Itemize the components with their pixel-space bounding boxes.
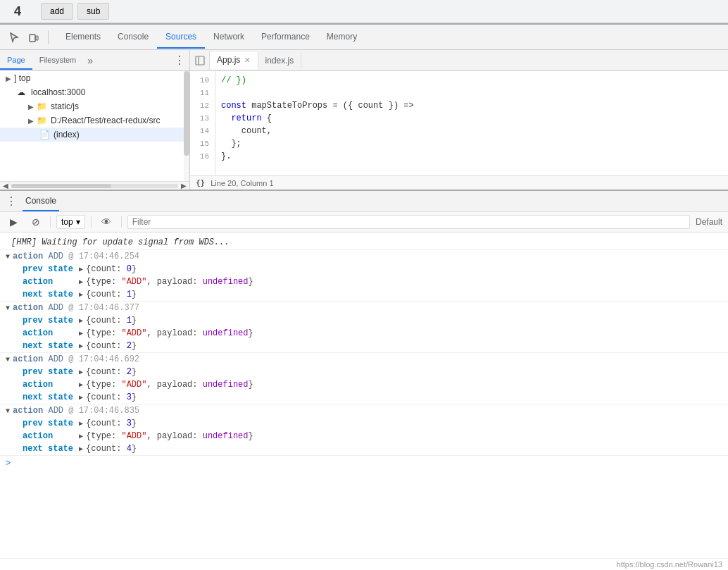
prev-state-arrow-1: ▶	[79, 265, 83, 273]
subtab-filesystem[interactable]: Filesystem	[32, 51, 84, 70]
group-4-arrow: ▼	[6, 407, 10, 415]
svg-rect-1	[36, 36, 38, 40]
tab-console[interactable]: Console	[109, 26, 157, 49]
tree-arrow-top: ▶	[6, 75, 14, 82]
code-tab-appjs-close[interactable]: ×	[244, 55, 250, 65]
cursor-icon[interactable]	[6, 29, 23, 46]
group-1-next-state[interactable]: next state ▶ {count: 1}	[0, 288, 728, 301]
tab-network[interactable]: Network	[205, 26, 253, 49]
console-title: Console	[23, 192, 59, 211]
group-2-next-state[interactable]: next state ▶ {count: 2}	[0, 340, 728, 352]
console-eye-button[interactable]: 👁	[97, 215, 115, 229]
group-1-action[interactable]: action ▶ {type: "ADD", payload: undefine…	[0, 275, 728, 288]
tree-item-index[interactable]: 📄 (index)	[0, 128, 189, 142]
console-context-selector[interactable]: top ▾	[56, 215, 85, 229]
line-13: 13	[190, 112, 215, 125]
toolbar-separator-3	[121, 216, 122, 228]
group-4-prev-state[interactable]: prev state ▶ {count: 3}	[0, 417, 728, 430]
tree-scrollbar	[184, 71, 189, 181]
tree-label-static: static/js	[51, 101, 79, 111]
console-block-button[interactable]: ⊘	[27, 215, 44, 229]
console-group-4-header[interactable]: ▼ action ADD @ 17:04:46.835	[0, 404, 728, 417]
scroll-left-arrow[interactable]: ◀	[3, 182, 8, 190]
group-1-prev-state[interactable]: prev state ▶ {count: 0}	[0, 263, 728, 275]
group-2-action[interactable]: action ▶ {type: "ADD", payload: undefine…	[0, 327, 728, 340]
device-icon[interactable]	[25, 29, 42, 46]
group-4-next-state[interactable]: next state ▶ {count: 4}	[0, 442, 728, 455]
tree-item-src-folder[interactable]: ▶ 📁 D:/React/Test/react-redux/src	[0, 113, 189, 128]
next-state-val-4: {count: 4}	[86, 444, 137, 454]
prev-state-arrow-2: ▶	[79, 316, 83, 325]
group-3-arrow: ▼	[6, 356, 10, 364]
subtab-page[interactable]: Page	[0, 51, 32, 70]
action-key-2: action	[23, 328, 79, 338]
group-3-prev-state[interactable]: prev state ▶ {count: 2}	[0, 366, 728, 378]
prev-state-val-2: {count: 1}	[86, 316, 137, 326]
tree-scrollbar-thumb	[184, 71, 189, 156]
add-button[interactable]: add	[41, 3, 73, 20]
sources-menu-icon[interactable]: ⋮	[170, 51, 189, 70]
devtools-body: Page Filesystem » ⋮ ▶ ] top ☁ localhost:…	[0, 50, 728, 190]
prev-state-key-4: prev state	[23, 419, 79, 428]
group-3-title: action ADD @ 17:04:46.692	[13, 354, 139, 364]
devtools-panel: Elements Console Sources Network Perform…	[0, 23, 728, 190]
line-15: 15	[190, 137, 215, 150]
group-4-title: action ADD @ 17:04:46.835	[13, 406, 139, 416]
group-2-prev-state[interactable]: prev state ▶ {count: 1}	[0, 314, 728, 327]
action-key-1: action	[23, 277, 79, 287]
code-status-bar: {} Line 20, Column 1	[190, 175, 728, 190]
console-prompt-row[interactable]: >	[0, 456, 728, 471]
code-line-15: };	[221, 137, 722, 150]
tab-memory[interactable]: Memory	[318, 26, 365, 49]
code-content-area[interactable]: // }) const mapStateToProps = ({ count }…	[215, 71, 728, 175]
tab-sources[interactable]: Sources	[157, 26, 205, 49]
prev-state-arrow-4: ▶	[79, 419, 83, 428]
tab-performance[interactable]: Performance	[253, 26, 318, 49]
console-group-1-header[interactable]: ▼ action ADD @ 17:04:46.254	[0, 250, 728, 263]
console-execute-button[interactable]: ▶	[6, 215, 22, 229]
code-tab-back-icon[interactable]	[190, 51, 210, 70]
console-output[interactable]: [HMR] Waiting for update signal from WDS…	[0, 233, 728, 558]
console-group-2-header[interactable]: ▼ action ADD @ 17:04:46.377	[0, 302, 728, 314]
tree-item-static-js[interactable]: ▶ 📁 static/js	[0, 99, 189, 113]
code-panel: App.js × index.js 10 11 12 13 14 15 16	[190, 50, 728, 190]
group-3-action[interactable]: action ▶ {type: "ADD", payload: undefine…	[0, 378, 728, 391]
svg-rect-2	[196, 56, 204, 65]
tab-number: 4	[6, 4, 30, 19]
tree-horizontal-scrollbar: ◀ ▶	[0, 181, 189, 190]
tree-item-localhost[interactable]: ☁ localhost:3000	[0, 85, 189, 99]
tab-elements[interactable]: Elements	[57, 26, 109, 49]
line-11: 11	[190, 87, 215, 99]
sub-button[interactable]: sub	[77, 3, 109, 20]
app-buttons: add sub	[41, 3, 109, 20]
code-tab-indexjs[interactable]: index.js	[258, 53, 302, 68]
code-tab-appjs[interactable]: App.js ×	[210, 52, 258, 69]
console-filter-input[interactable]	[127, 215, 690, 229]
code-editor-area[interactable]: 10 11 12 13 14 15 16 // }) const mapStat…	[190, 71, 728, 175]
action-key-4: action	[23, 431, 79, 441]
folder-icon-src: 📁	[37, 116, 48, 125]
console-menu-icon[interactable]: ⋮	[0, 194, 23, 208]
action-key-3: action	[23, 380, 79, 390]
next-state-arrow-1: ▶	[79, 290, 83, 299]
next-state-val-1: {count: 1}	[86, 290, 137, 299]
sources-subtab-bar: Page Filesystem » ⋮	[0, 50, 189, 71]
console-context-label: top	[61, 217, 73, 227]
code-tab-indexjs-label: index.js	[265, 56, 294, 66]
group-4-action[interactable]: action ▶ {type: "ADD", payload: undefine…	[0, 430, 728, 442]
console-group-3: ▼ action ADD @ 17:04:46.692 prev state ▶…	[0, 353, 728, 404]
action-arrow-3: ▶	[79, 380, 83, 389]
sources-panel: Page Filesystem » ⋮ ▶ ] top ☁ localhost:…	[0, 50, 190, 190]
file-icon-index: 📄	[39, 130, 51, 140]
code-line-11	[221, 87, 722, 99]
scroll-right-arrow[interactable]: ▶	[181, 182, 187, 190]
console-group-3-header[interactable]: ▼ action ADD @ 17:04:46.692	[0, 353, 728, 366]
prev-state-arrow-3: ▶	[79, 368, 83, 376]
svg-rect-0	[30, 35, 35, 42]
browser-chrome: 4 add sub	[0, 0, 728, 23]
toolbar-separator-2	[91, 216, 92, 228]
tree-item-top[interactable]: ▶ ] top	[0, 71, 189, 85]
code-line-14: count,	[221, 125, 722, 137]
group-3-next-state[interactable]: next state ▶ {count: 3}	[0, 391, 728, 404]
subtab-more-icon[interactable]: »	[83, 52, 97, 69]
